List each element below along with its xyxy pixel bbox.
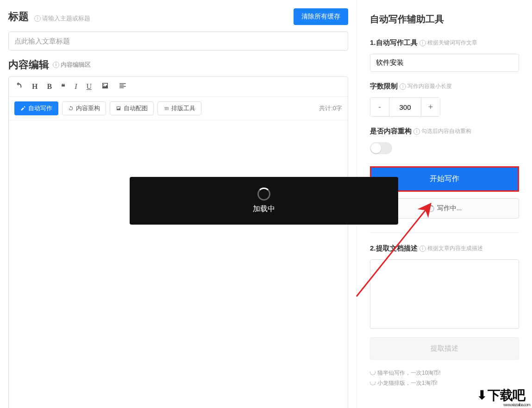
info-icon: i bbox=[419, 245, 426, 252]
word-limit-label: 字数限制 bbox=[370, 82, 398, 91]
title-label: 标题 bbox=[8, 10, 29, 24]
title-hint: i 请输入主题或标题 bbox=[34, 14, 90, 23]
underline-icon[interactable]: U bbox=[86, 82, 92, 91]
loading-text: 加载中 bbox=[253, 204, 275, 214]
keyword-input[interactable] bbox=[370, 54, 519, 72]
footer-note-1: 猫半仙写作，一次10淘币! bbox=[370, 369, 519, 377]
content-edit-label: 内容编辑 bbox=[8, 58, 49, 72]
section1-label: 1.自动写作工具 bbox=[370, 38, 418, 47]
bold-icon[interactable]: B bbox=[47, 82, 52, 91]
info-icon: i bbox=[53, 62, 59, 68]
auto-write-button[interactable]: 自动写作 bbox=[14, 101, 58, 115]
info-icon: i bbox=[400, 83, 406, 90]
rebuild-toggle-hint: i 勾选后内容自动重构 bbox=[413, 127, 471, 135]
clear-cache-button[interactable]: 清除所有缓存 bbox=[294, 8, 348, 25]
spinner-icon bbox=[427, 205, 434, 212]
word-count: 共计:0字 bbox=[319, 104, 342, 113]
section2-hint: i 根据文章内容生成描述 bbox=[419, 245, 483, 252]
loading-overlay: 加载中 bbox=[130, 177, 398, 225]
image-icon[interactable] bbox=[101, 82, 109, 92]
description-textarea[interactable] bbox=[370, 259, 519, 329]
italic-icon[interactable]: I bbox=[75, 82, 77, 91]
toggle-knob bbox=[371, 143, 381, 153]
download-arrow-icon: ⬇ bbox=[477, 388, 487, 402]
format-toolbar: H B ❝ I U bbox=[9, 77, 348, 97]
layout-tool-button[interactable]: 排版工具 bbox=[157, 101, 201, 115]
editor-content-area[interactable] bbox=[9, 120, 348, 398]
section2-label: 2.提取文档描述 bbox=[370, 244, 418, 253]
bowl-icon bbox=[370, 371, 376, 375]
align-icon[interactable] bbox=[119, 82, 127, 92]
info-icon: i bbox=[413, 128, 420, 135]
auto-image-button[interactable]: 自动配图 bbox=[110, 101, 154, 115]
content-rebuild-button[interactable]: 内容重构 bbox=[62, 101, 106, 115]
content-edit-hint: i 内容编辑区 bbox=[53, 61, 91, 69]
word-limit-hint: i 写作内容最小长度 bbox=[400, 82, 452, 90]
article-title-input[interactable] bbox=[8, 31, 348, 50]
xiazaiba-logo: ⬇ 下载吧 www.xiazaiba.com bbox=[469, 383, 532, 408]
word-limit-value[interactable] bbox=[389, 98, 421, 116]
section1-hint: i 根据关键词写作文章 bbox=[419, 39, 477, 47]
info-icon: i bbox=[34, 15, 41, 22]
stepper-plus-button[interactable]: + bbox=[421, 98, 440, 116]
bowl-icon bbox=[370, 382, 376, 385]
heading-icon[interactable]: H bbox=[32, 82, 38, 91]
undo-icon[interactable] bbox=[14, 82, 23, 92]
extract-description-button[interactable]: 提取描述 bbox=[370, 337, 519, 360]
spinner-icon bbox=[257, 188, 270, 201]
word-limit-stepper: - + bbox=[370, 97, 440, 117]
info-icon: i bbox=[419, 40, 426, 46]
rebuild-toggle-label: 是否内容重构 bbox=[370, 127, 412, 136]
editor-box: H B ❝ I U 自动写作 内容重构 bbox=[8, 76, 348, 408]
stepper-minus-button[interactable]: - bbox=[370, 98, 389, 116]
rebuild-toggle[interactable] bbox=[370, 142, 392, 154]
action-toolbar: 自动写作 内容重构 自动配图 排版工具 共计:0字 bbox=[9, 97, 348, 120]
quote-icon[interactable]: ❝ bbox=[61, 82, 65, 91]
sidebar-title: 自动写作辅助工具 bbox=[370, 13, 519, 25]
